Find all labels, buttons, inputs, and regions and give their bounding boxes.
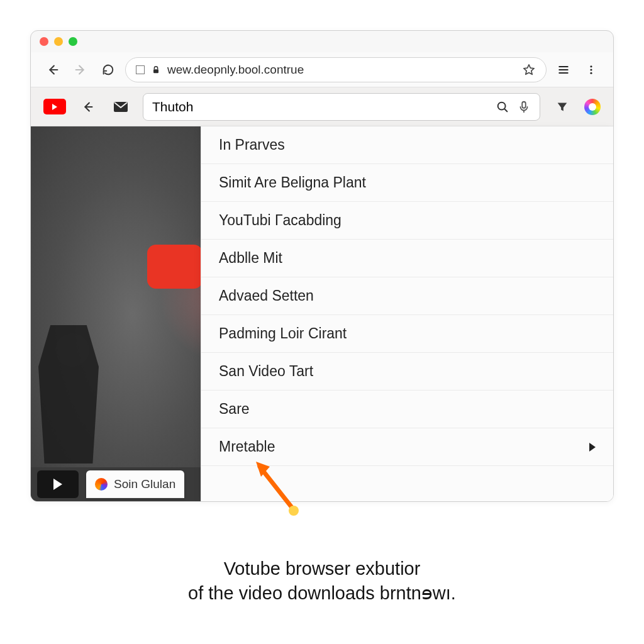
kebab-icon — [586, 63, 597, 77]
suggestion-item[interactable]: San Video Tart — [201, 353, 613, 391]
suggestion-label: Padming Loir Cirant — [219, 325, 347, 342]
search-icon[interactable] — [496, 100, 509, 114]
caption-line-1: Votube browser exbutior — [0, 557, 644, 581]
page-icon — [136, 65, 145, 74]
search-bar[interactable] — [143, 93, 540, 121]
list-icon — [557, 64, 570, 76]
window-zoom-button[interactable] — [69, 37, 77, 46]
address-bar[interactable]: wew.deopnly.bool.contrue — [125, 57, 547, 82]
suggestion-label: San Video Tart — [219, 363, 313, 380]
url-text: wew.deopnly.bool.contrue — [167, 63, 304, 77]
svg-point-3 — [590, 72, 592, 74]
video-thumbnail: Soin Glulan — [31, 126, 201, 501]
window-titlebar — [31, 31, 613, 52]
svg-point-7 — [289, 506, 299, 516]
extension-button[interactable] — [584, 99, 601, 115]
suggestion-label: Simit Are Beligna Plant — [219, 174, 366, 191]
toolbar-back-button[interactable] — [77, 96, 99, 118]
menu-button[interactable] — [580, 59, 602, 80]
arrow-left-icon — [81, 100, 95, 114]
app-toolbar — [31, 87, 613, 126]
search-input[interactable] — [152, 99, 488, 114]
mic-icon[interactable] — [517, 100, 531, 114]
suggestion-item[interactable]: Advaed Setten — [201, 277, 613, 315]
funnel-icon — [555, 100, 569, 114]
lock-icon — [151, 65, 161, 75]
suggestion-item[interactable]: Simit Are Beligna Plant — [201, 164, 613, 202]
browser-window: wew.deopnly.bool.contrue — [30, 30, 614, 502]
caption-text: Votube browser exbutior of the video dow… — [0, 557, 644, 606]
arrow-left-icon — [46, 63, 60, 77]
browser-navbar: wew.deopnly.bool.contrue — [31, 52, 613, 87]
suggestion-label: YouTubi Гacabding — [219, 212, 341, 229]
filter-button[interactable] — [552, 96, 573, 118]
bottom-bar: Soin Glulan — [31, 467, 201, 501]
svg-rect-6 — [522, 101, 526, 108]
play-icon — [53, 479, 62, 490]
play-button[interactable] — [37, 470, 79, 498]
suggestion-item[interactable]: Adblle Mit — [201, 240, 613, 277]
tab-label: Soin Glulan — [114, 477, 175, 491]
back-button[interactable] — [42, 59, 64, 80]
svg-point-1 — [590, 65, 592, 67]
youtube-play-badge — [147, 245, 203, 289]
mail-button[interactable] — [110, 96, 131, 118]
window-minimize-button[interactable] — [54, 37, 63, 46]
browser-tab[interactable]: Soin Glulan — [86, 470, 184, 498]
forward-button[interactable] — [70, 59, 91, 80]
suggestion-item[interactable]: Sare — [201, 391, 613, 428]
play-icon — [52, 104, 57, 110]
suggestions-dropdown: In Prarves Simit Are Beligna Plant YouTu… — [201, 126, 613, 501]
reload-icon — [101, 63, 115, 77]
window-close-button[interactable] — [40, 37, 48, 46]
suggestion-item[interactable]: In Prarves — [201, 126, 613, 164]
suggestion-label: In Prarves — [219, 136, 285, 153]
suggestion-label: Advaed Setten — [219, 287, 314, 304]
reader-button[interactable] — [553, 59, 574, 80]
youtube-logo[interactable] — [43, 99, 66, 114]
svg-point-2 — [590, 69, 592, 70]
suggestion-label: Mretable — [219, 438, 275, 455]
suggestion-label: Sare — [219, 401, 250, 418]
suggestion-item[interactable]: YouTubi Гacabding — [201, 202, 613, 240]
content-area: Soin Glulan In Prarves Simit Are Beligna… — [31, 126, 613, 501]
svg-rect-0 — [153, 69, 158, 73]
arrow-right-icon — [74, 63, 87, 77]
caption-line-2: of the video downloads brntnɘwı. — [0, 581, 644, 606]
chevron-right-icon — [589, 443, 596, 452]
star-icon[interactable] — [522, 63, 536, 77]
mail-icon — [113, 101, 128, 113]
suggestion-item-submenu[interactable]: Mretable — [201, 428, 613, 466]
suggestion-label: Adblle Mit — [219, 250, 282, 267]
suggestion-item[interactable]: Padming Loir Cirant — [201, 315, 613, 353]
firefox-icon — [95, 478, 108, 491]
reload-button[interactable] — [97, 59, 119, 80]
person-silhouette — [31, 325, 106, 464]
